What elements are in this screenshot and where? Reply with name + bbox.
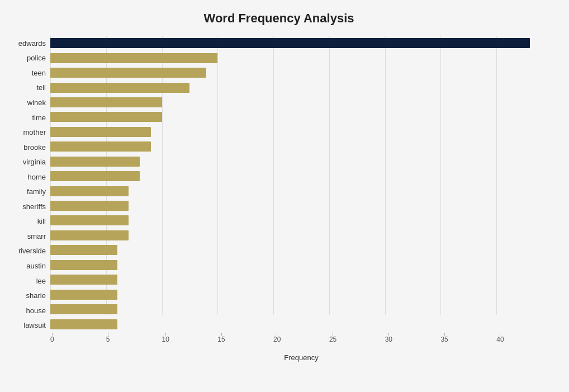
bar-row <box>50 199 552 213</box>
bar <box>50 260 117 270</box>
x-ticks: 0510152025303540 <box>50 333 552 350</box>
bar <box>50 83 189 93</box>
x-tick-label: 5 <box>106 336 110 343</box>
y-label: brooke <box>23 140 46 154</box>
bar <box>50 141 151 152</box>
bar <box>50 53 217 63</box>
bar-row <box>50 302 552 317</box>
x-tick-label: 0 <box>50 336 54 343</box>
bar <box>50 68 206 78</box>
bar <box>50 245 117 255</box>
x-tick: 30 <box>385 333 392 343</box>
x-tick: 0 <box>50 333 54 343</box>
y-label: teen <box>32 65 46 80</box>
y-label: edwards <box>18 36 46 50</box>
bar-row <box>50 228 552 243</box>
chart-title: Word Frequency Analysis <box>6 11 552 26</box>
bar-row <box>50 36 552 50</box>
x-tick: 35 <box>440 333 448 343</box>
x-tick-label: 25 <box>329 336 336 343</box>
x-tick-label: 35 <box>440 336 448 343</box>
x-axis: 0510152025303540 Frequency <box>50 333 552 350</box>
bar-row <box>50 169 552 183</box>
y-label: lawsuit <box>23 318 46 333</box>
bar <box>50 319 117 329</box>
bar-row <box>50 125 552 139</box>
bar <box>50 112 162 122</box>
x-tick-label: 30 <box>385 336 392 343</box>
bar-row <box>50 258 552 272</box>
y-label: time <box>32 110 46 125</box>
y-label: lee <box>36 273 46 288</box>
plot-area: 0510152025303540 Frequency <box>50 36 552 350</box>
x-tick-label: 15 <box>217 336 225 343</box>
bar-row <box>50 287 552 302</box>
x-tick-label: 40 <box>496 336 504 343</box>
x-tick: 25 <box>329 333 336 343</box>
bar-row <box>50 110 552 124</box>
y-label: smarr <box>27 229 46 243</box>
bar <box>50 157 140 167</box>
bar <box>50 215 129 225</box>
y-label: tell <box>36 81 46 95</box>
y-label: mother <box>23 125 46 140</box>
bar-row <box>50 154 552 169</box>
x-axis-label: Frequency <box>50 353 552 362</box>
bar <box>50 275 117 285</box>
y-label: house <box>26 303 46 318</box>
bar-row <box>50 243 552 257</box>
y-label: police <box>27 51 46 65</box>
bar <box>50 186 129 196</box>
bar-row <box>50 51 552 65</box>
y-label: family <box>27 185 46 199</box>
bar <box>50 97 162 107</box>
bar-row <box>50 272 552 287</box>
y-label: winek <box>27 95 46 110</box>
bar <box>50 38 530 48</box>
bar-row <box>50 81 552 95</box>
x-tick: 5 <box>106 333 110 343</box>
bar <box>50 171 140 181</box>
bar-row <box>50 139 552 154</box>
bars-wrapper <box>50 36 552 332</box>
y-axis: edwardspoliceteentellwinektimemotherbroo… <box>6 36 50 350</box>
y-label: austin <box>26 258 46 273</box>
x-tick: 15 <box>217 333 225 343</box>
bar-row <box>50 213 552 228</box>
chart-container: Word Frequency Analysis edwardspolicetee… <box>0 0 569 392</box>
y-label: kill <box>37 214 46 229</box>
bar <box>50 201 129 211</box>
y-label: sharie <box>26 289 46 303</box>
bar-row <box>50 95 552 110</box>
y-label: riverside <box>18 244 46 258</box>
x-tick: 40 <box>496 333 504 343</box>
x-tick-label: 10 <box>162 336 169 343</box>
chart-area: edwardspoliceteentellwinektimemotherbroo… <box>6 36 552 350</box>
bar <box>50 230 129 240</box>
bar <box>50 290 117 300</box>
x-tick: 20 <box>273 333 281 343</box>
x-tick: 10 <box>162 333 169 343</box>
y-label: sheriffs <box>22 199 46 214</box>
bar-row <box>50 317 552 332</box>
bar-row <box>50 184 552 199</box>
x-tick-label: 20 <box>273 336 281 343</box>
y-label: virginia <box>23 155 46 169</box>
bar <box>50 304 117 314</box>
bar-row <box>50 65 552 80</box>
y-label: home <box>27 169 46 184</box>
bar <box>50 127 151 137</box>
